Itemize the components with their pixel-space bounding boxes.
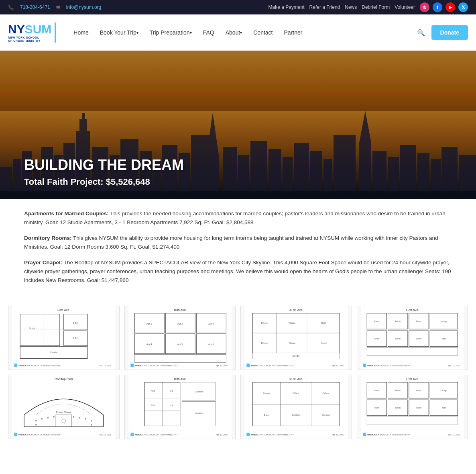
chapel-section: Prayer Chapel: The Rooftop of NYSUM prov… bbox=[24, 258, 452, 284]
svg-text:Apr. 12, 2016: Apr. 12, 2016 bbox=[448, 434, 460, 436]
svg-text:Corridor: Corridor bbox=[293, 356, 300, 358]
svg-point-123 bbox=[47, 417, 49, 419]
svg-text:Apt 2: Apt 2 bbox=[177, 323, 183, 325]
top-bar-right: Make a Payment Refer a Friend News Debri… bbox=[269, 2, 468, 12]
svg-rect-154 bbox=[244, 375, 348, 439]
svg-text:Room: Room bbox=[416, 321, 421, 323]
svg-text:Apr. 12, 2016: Apr. 12, 2016 bbox=[100, 434, 112, 436]
instagram-icon[interactable]: ♔ bbox=[420, 2, 429, 12]
svg-text:Unit: Unit bbox=[169, 390, 173, 392]
floor-plan-5[interactable]: Rooftop Plan bbox=[8, 375, 120, 439]
email-icon: ✉ bbox=[56, 4, 60, 10]
svg-text:• NEW YORK SCHOOL OF URBAN MIN: • NEW YORK SCHOOL OF URBAN MINISTRY • bbox=[135, 365, 178, 367]
svg-text:Apt 6: Apt 6 bbox=[208, 343, 214, 345]
svg-point-127 bbox=[85, 418, 86, 420]
svg-text:Lounge: Lounge bbox=[440, 321, 447, 323]
svg-point-122 bbox=[41, 418, 43, 420]
svg-rect-23 bbox=[250, 141, 267, 199]
svg-point-125 bbox=[73, 416, 74, 418]
floor-plan-1[interactable]: 10th Ave. Studio 1 BR 1 BR Corridor HORO… bbox=[8, 306, 120, 370]
floor-plan-3[interactable]: 38 st. Ave. Room Room Bath Room Room Roo… bbox=[240, 306, 352, 370]
svg-text:Apr. 12, 2016: Apr. 12, 2016 bbox=[100, 365, 112, 367]
svg-rect-166 bbox=[246, 433, 250, 436]
nav-trip-preparation[interactable]: Trip Preparation bbox=[144, 14, 197, 51]
news-link[interactable]: News bbox=[345, 4, 357, 10]
floor-plan-6[interactable]: 10th Ave. Unit Unit Unit Unit Common Sta… bbox=[124, 375, 236, 439]
nav-about[interactable]: About bbox=[220, 14, 248, 51]
svg-text:• NEW YORK SCHOOL OF URBAN MIN: • NEW YORK SCHOOL OF URBAN MINISTRY • bbox=[135, 434, 178, 436]
nav-contact[interactable]: Contact bbox=[248, 14, 278, 51]
top-bar: 📞 718-204-6471 ✉ info@nysum.org Make a P… bbox=[0, 0, 476, 14]
floor-plan-2[interactable]: 10th Ave. Apt 1 Apt 2 Apt 3 Apt 4 Apt 5 … bbox=[124, 306, 236, 370]
svg-text:10th Ave.: 10th Ave. bbox=[173, 377, 187, 381]
svg-point-121 bbox=[35, 420, 37, 422]
make-payment-link[interactable]: Make a Payment bbox=[269, 4, 305, 10]
nav-book-trip[interactable]: Book Your Trip bbox=[94, 14, 144, 51]
svg-rect-34 bbox=[400, 145, 416, 199]
svg-rect-189 bbox=[363, 433, 366, 436]
blueprint-svg-4: 10th Ave. Room Room Room Lounge Room Roo… bbox=[357, 306, 468, 370]
search-icon[interactable]: 🔍 bbox=[415, 26, 427, 39]
twitter-icon[interactable]: 𝕏 bbox=[458, 2, 468, 12]
svg-text:Unit: Unit bbox=[151, 405, 155, 407]
svg-text:Apr. 12, 2016: Apr. 12, 2016 bbox=[216, 365, 228, 367]
svg-text:Room: Room bbox=[289, 322, 295, 325]
blueprint-svg-6: 10th Ave. Unit Unit Unit Unit Common Sta… bbox=[125, 375, 236, 439]
svg-text:Apt 4: Apt 4 bbox=[146, 343, 152, 345]
svg-text:38 st. Ave.: 38 st. Ave. bbox=[289, 377, 303, 381]
svg-text:• NEW YORK SCHOOL OF URBAN MIN: • NEW YORK SCHOOL OF URBAN MINISTRY • bbox=[251, 365, 294, 367]
svg-text:38 st. Ave.: 38 st. Ave. bbox=[289, 308, 303, 312]
floor-plan-7[interactable]: 38 st. Ave. Prayer Office Office Bath Ki… bbox=[240, 375, 352, 439]
nav-faq[interactable]: FAQ bbox=[197, 14, 220, 51]
main-content: Apartments for Married Couples: This pro… bbox=[0, 199, 476, 302]
top-bar-left: 📞 718-204-6471 ✉ info@nysum.org bbox=[8, 4, 101, 10]
youtube-icon[interactable]: ▶ bbox=[445, 2, 455, 12]
svg-text:Apr. 12, 2016: Apr. 12, 2016 bbox=[216, 434, 228, 436]
logo[interactable]: NYSUM NEW YORK SCHOOLOF URBAN MINISTRY bbox=[8, 22, 56, 43]
social-icons: ♔ f ▶ 𝕏 bbox=[420, 2, 468, 12]
svg-text:Room: Room bbox=[416, 390, 421, 392]
floor-plans: 10th Ave. Studio 1 BR 1 BR Corridor HORO… bbox=[0, 302, 476, 452]
svg-rect-31 bbox=[359, 143, 371, 199]
floor-plan-4[interactable]: 10th Ave. Room Room Room Lounge Room Roo… bbox=[357, 306, 468, 370]
email-link[interactable]: info@nysum.org bbox=[66, 4, 102, 10]
phone-link[interactable]: 718-204-6471 bbox=[20, 4, 50, 10]
svg-text:Room: Room bbox=[416, 407, 421, 409]
donate-button[interactable]: Donate bbox=[431, 25, 468, 40]
svg-text:Corridor: Corridor bbox=[50, 351, 57, 353]
svg-text:10th Ave.: 10th Ave. bbox=[406, 308, 419, 312]
svg-rect-132 bbox=[14, 433, 17, 436]
svg-text:Room: Room bbox=[261, 342, 268, 344]
svg-rect-89 bbox=[246, 364, 250, 367]
dormitory-section: Dormitory Rooms: This gives NYSUM the ab… bbox=[24, 234, 452, 251]
svg-text:Lounge: Lounge bbox=[440, 390, 447, 392]
svg-rect-10 bbox=[82, 113, 85, 119]
nav-right: 🔍 Donate bbox=[415, 25, 468, 40]
refer-friend-link[interactable]: Refer a Friend bbox=[309, 4, 340, 10]
svg-point-128 bbox=[91, 420, 92, 422]
svg-rect-71 bbox=[130, 364, 134, 367]
svg-text:Apr. 12, 2016: Apr. 12, 2016 bbox=[332, 365, 344, 367]
svg-rect-75 bbox=[244, 306, 348, 370]
logo-subtitle: NEW YORK SCHOOLOF URBAN MINISTRY bbox=[8, 36, 41, 42]
svg-rect-116 bbox=[12, 375, 115, 439]
debrief-form-link[interactable]: Debrief Form bbox=[362, 4, 390, 10]
nav-home[interactable]: Home bbox=[68, 14, 94, 51]
svg-text:Storage: Storage bbox=[321, 414, 330, 416]
logo-divider bbox=[55, 22, 56, 43]
volunteer-link[interactable]: Volunteer bbox=[395, 4, 415, 10]
svg-text:Room: Room bbox=[395, 407, 400, 409]
svg-text:Apt 5: Apt 5 bbox=[177, 343, 183, 345]
floor-plan-8[interactable]: 10th Ave. Room Room Room Lounge Room Roo… bbox=[357, 375, 468, 439]
svg-text:Bath: Bath bbox=[441, 338, 445, 340]
logo-sum: SUM bbox=[25, 22, 52, 36]
logo-ny: NY bbox=[8, 22, 25, 36]
svg-text:10th Ave.: 10th Ave. bbox=[57, 308, 70, 312]
nav-partner[interactable]: Partner bbox=[279, 14, 308, 51]
svg-text:Room: Room bbox=[374, 390, 379, 392]
blueprint-svg-3: 38 st. Ave. Room Room Bath Room Room Roo… bbox=[241, 306, 352, 370]
svg-rect-112 bbox=[363, 364, 366, 367]
facebook-icon[interactable]: f bbox=[433, 2, 442, 12]
svg-text:1 BR: 1 BR bbox=[73, 322, 78, 325]
svg-text:Kitchen: Kitchen bbox=[292, 414, 300, 416]
